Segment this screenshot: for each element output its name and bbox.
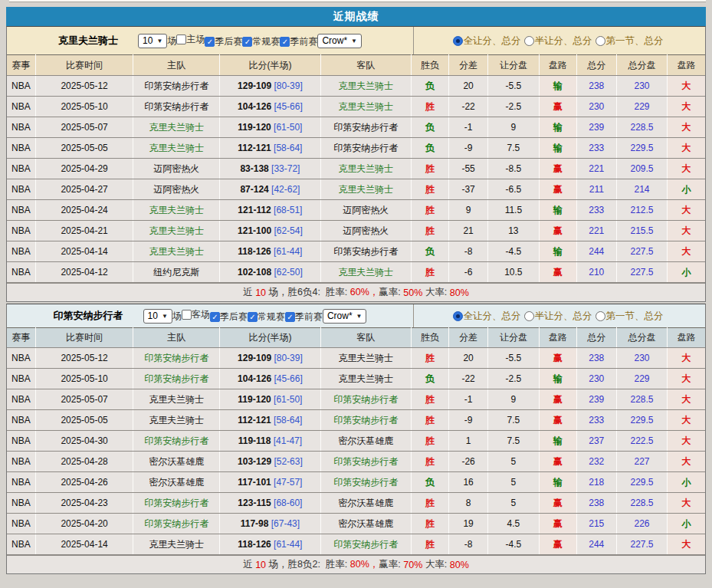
games-table: 赛事比赛时间主队比分(半场)客队胜负分差让分盘盘路总分总分盘盘路 NBA2025… (7, 54, 705, 283)
half-score: [52-63] (274, 456, 302, 467)
score-mode-radio[interactable]: 全让分、总分 (453, 34, 521, 48)
win-loss-label: 胜 (425, 205, 435, 215)
filter-checkbox[interactable]: 客场 (182, 308, 210, 321)
cell-over-under: 大 (668, 241, 705, 262)
cell-score: 103-129 [52-63] (220, 452, 320, 472)
filter-checkbox[interactable]: ✓季前赛 (285, 310, 323, 324)
filter-checkbox[interactable]: ✓常规赛 (242, 35, 280, 48)
summary-text: 近 (243, 286, 255, 299)
handicap-result-label: 赢 (553, 518, 563, 529)
score-mode-radio[interactable]: 半让分、总分 (524, 310, 592, 323)
home-team-name: 克里夫兰骑士 (149, 143, 204, 153)
filter-checkbox[interactable]: ✓季前赛 (280, 35, 317, 48)
over-under-label: 大 (682, 353, 691, 363)
games-count-select[interactable]: 10 ▼ (138, 34, 167, 48)
total-points: 233 (589, 205, 604, 215)
score-mode-radio[interactable]: 第一节、总分 (596, 34, 664, 48)
score-mode-radio[interactable]: 第一节、总分 (596, 310, 664, 323)
team-name: 克里夫兰骑士 (58, 34, 118, 48)
radio-icon[interactable] (596, 311, 605, 321)
summary-text: 场，胜8负2: 胜率: (266, 558, 350, 571)
cell-league: NBA (7, 348, 35, 369)
cell-date: 2025-04-23 (35, 493, 133, 514)
checkbox-icon[interactable]: ✓ (242, 37, 252, 47)
over-under-label: 大 (682, 415, 691, 425)
cell-score: 117-101 [47-57] (220, 472, 320, 493)
checkbox-icon[interactable]: ✓ (248, 312, 258, 322)
final-score: 118-126 (238, 539, 271, 550)
source-select[interactable]: Crow* ▼ (317, 34, 362, 48)
cell-over-under: 小 (668, 472, 705, 493)
checkbox-icon[interactable]: ✓ (210, 312, 220, 322)
cell-result: 胜 (411, 97, 448, 117)
checkbox-icon[interactable]: ✓ (280, 37, 290, 47)
checkbox-label: 季前赛 (290, 35, 317, 48)
column-header: 分差 (449, 328, 488, 348)
total-points: 233 (589, 415, 604, 425)
column-header: 让分盘 (488, 55, 540, 76)
half-score: [80-39] (274, 353, 302, 363)
radio-icon[interactable] (453, 36, 463, 46)
league-label: NBA (11, 163, 31, 174)
cell-home-team: 迈阿密热火 (133, 159, 220, 179)
total-line: 229 (634, 101, 649, 112)
point-diff: -1 (464, 122, 473, 133)
radio-icon[interactable] (596, 36, 605, 46)
table-header-row: 赛事比赛时间主队比分(半场)客队胜负分差让分盘盘路总分总分盘盘路 (7, 55, 705, 76)
checkbox-label: 季后赛 (220, 310, 248, 324)
checkbox-icon[interactable] (176, 34, 186, 44)
cell-handicap: -5.5 (488, 348, 540, 369)
cell-away-team: 密尔沃基雄鹿 (320, 493, 411, 514)
radio-icon[interactable] (524, 36, 534, 46)
point-diff: -22 (461, 101, 474, 112)
final-score: 119-120 (238, 122, 271, 133)
final-score: 121-112 (238, 205, 271, 215)
cell-handicap: 9 (488, 117, 540, 138)
win-loss-label: 负 (425, 373, 435, 384)
cell-away-team: 印第安纳步行者 (320, 534, 411, 555)
checkbox-label: 主场 (186, 33, 205, 46)
source-select[interactable]: Crow* ▼ (323, 309, 367, 324)
filter-checkbox[interactable]: 主场 (176, 33, 205, 46)
cell-date: 2025-04-12 (35, 262, 133, 283)
home-team-name: 克里夫兰骑士 (149, 394, 204, 405)
column-header: 比赛时间 (35, 55, 133, 76)
total-line: 215.5 (630, 225, 653, 236)
final-score: 117-98 (241, 518, 269, 529)
radio-icon[interactable] (524, 311, 534, 321)
filter-checkbox[interactable]: ✓季后赛 (210, 310, 248, 324)
league-label: NBA (11, 539, 31, 550)
games-count-select[interactable]: 10 ▼ (143, 309, 172, 324)
cell-away-team: 克里夫兰骑士 (320, 262, 411, 283)
cell-diff: -1 (449, 389, 488, 410)
cell-over-under: 大 (668, 410, 705, 431)
cell-handicap-result: 赢 (539, 159, 576, 179)
total-points: 244 (589, 539, 604, 550)
handicap-line: -2.5 (506, 101, 522, 112)
game-row: NBA2025-04-14克里夫兰骑士118-126 [61-44]印第安纳步行… (7, 534, 705, 555)
table-body: NBA2025-05-12印第安纳步行者129-109 [80-39]克里夫兰骑… (7, 76, 705, 283)
cell-score: 104-126 [45-66] (220, 369, 320, 389)
cell-date: 2025-04-27 (35, 179, 133, 200)
total-points: 230 (589, 101, 604, 112)
final-score: 104-126 (238, 373, 271, 384)
score-mode-radio[interactable]: 半让分、总分 (524, 34, 592, 48)
checkbox-icon[interactable] (182, 310, 192, 320)
cell-total-line: 230 (616, 76, 668, 97)
cell-league: NBA (7, 76, 35, 97)
away-team-name: 印第安纳步行者 (333, 246, 398, 257)
cell-total-line: 215.5 (616, 221, 668, 241)
cell-home-team: 克里夫兰骑士 (133, 410, 220, 431)
filter-checkbox[interactable]: ✓季后赛 (205, 35, 242, 48)
cell-date: 2025-05-12 (35, 348, 133, 369)
filter-checkbox[interactable]: ✓常规赛 (248, 310, 285, 324)
checkbox-icon[interactable]: ✓ (205, 37, 215, 47)
handicap-result-label: 赢 (553, 267, 563, 278)
radio-icon[interactable] (453, 311, 463, 321)
cell-total: 238 (576, 348, 616, 369)
half-score: [61-50] (274, 122, 302, 133)
handicap-line: 7.5 (507, 415, 520, 425)
checkbox-icon[interactable]: ✓ (285, 312, 295, 322)
point-diff: 16 (463, 477, 473, 488)
score-mode-radio[interactable]: 全让分、总分 (453, 310, 521, 323)
